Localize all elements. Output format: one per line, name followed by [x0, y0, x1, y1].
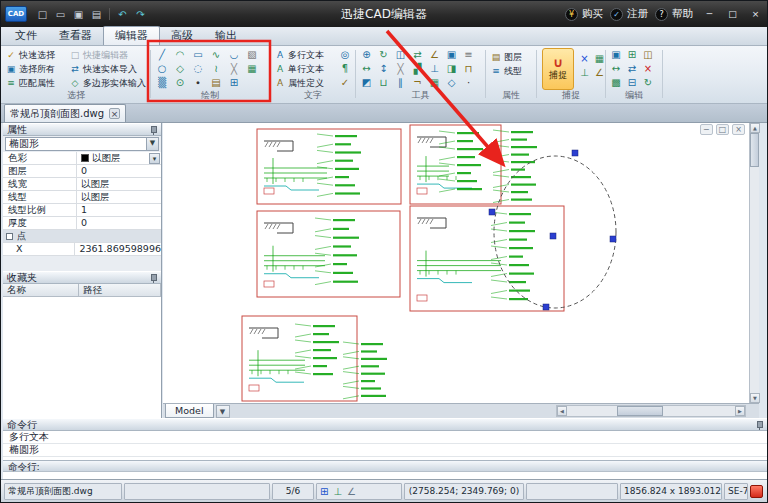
draw-tool-icon[interactable]: ⊙: [171, 76, 189, 90]
tool-icon[interactable]: ↔: [358, 62, 375, 76]
ribbon-button[interactable]: ✓快速选择: [3, 48, 67, 62]
tab-output[interactable]: 输出: [204, 27, 248, 45]
dropdown-arrow-icon[interactable]: ▾: [149, 153, 160, 164]
property-row[interactable]: 线宽以图层: [3, 178, 161, 191]
ribbon-button[interactable]: ▣选择所有: [3, 62, 67, 76]
close-button[interactable]: ×: [746, 6, 765, 22]
properties-header[interactable]: 属性: [3, 123, 161, 136]
edit-tool-icon[interactable]: ↻: [640, 76, 656, 90]
edit-tool-icon[interactable]: ×: [640, 62, 656, 76]
property-row[interactable]: 厚度0: [3, 217, 161, 230]
status-icon[interactable]: ⊞: [320, 484, 328, 499]
text-tool-icon[interactable]: ¶: [338, 62, 352, 76]
property-value[interactable]: 2361.869598996: [75, 243, 161, 255]
scroll-right-icon[interactable]: ▶: [735, 406, 745, 416]
edit-tool-icon[interactable]: ⊟: [624, 76, 640, 90]
draw-tool-icon[interactable]: ◠: [171, 48, 189, 62]
edit-tool-icon[interactable]: ↔: [608, 62, 624, 76]
tool-icon[interactable]: ◫: [392, 48, 409, 62]
edit-tool-icon[interactable]: ▣: [608, 48, 624, 62]
tool-icon[interactable]: ◩: [358, 76, 375, 90]
buy-link[interactable]: 购买: [582, 7, 603, 21]
scroll-up-icon[interactable]: ▲: [750, 123, 760, 133]
buy-icon[interactable]: ¥: [565, 8, 578, 21]
status-red-icon[interactable]: [750, 485, 763, 498]
snap-option-icon[interactable]: ×: [577, 52, 592, 66]
redo-icon[interactable]: ↷: [132, 6, 149, 23]
chevron-down-icon[interactable]: ▼: [146, 138, 158, 150]
property-row[interactable]: 图层0: [3, 165, 161, 178]
tool-icon[interactable]: ⇄: [409, 48, 426, 62]
draw-tool-icon[interactable]: ▤: [207, 76, 225, 90]
tool-icon[interactable]: ▣: [443, 48, 460, 62]
draw-tool-icon[interactable]: ▒: [153, 76, 171, 90]
property-value[interactable]: 0: [77, 217, 161, 229]
horizontal-scrollbar-thumb[interactable]: [617, 406, 663, 416]
tool-icon[interactable]: ·: [460, 76, 477, 90]
tool-icon[interactable]: ↻: [375, 48, 392, 62]
tool-icon[interactable]: ⊕: [358, 48, 375, 62]
property-value[interactable]: 以图层: [77, 191, 161, 203]
ribbon-button[interactable]: ≡匹配属性: [3, 76, 67, 90]
tab-close-icon[interactable]: ×: [109, 108, 120, 119]
object-type-select[interactable]: 椭圆形 ▼: [5, 137, 159, 151]
snap-button[interactable]: ∪ 捕捉: [542, 48, 574, 90]
tool-icon[interactable]: ¬: [409, 76, 426, 90]
mdi-restore-icon[interactable]: □: [716, 124, 729, 135]
property-value[interactable]: 以图层▾: [77, 152, 161, 164]
model-tab[interactable]: Model: [165, 404, 214, 418]
print-icon[interactable]: ▤: [88, 6, 105, 23]
tool-icon[interactable]: ⊔: [375, 76, 392, 90]
ribbon-button[interactable]: ◇多边形实体输入: [67, 76, 149, 90]
tab-viewer[interactable]: 查看器: [48, 27, 103, 45]
tool-icon[interactable]: ◨: [443, 62, 460, 76]
draw-tool-icon[interactable]: ○: [153, 62, 171, 76]
tool-icon[interactable]: ⊥: [426, 62, 443, 76]
register-link[interactable]: 注册: [627, 7, 648, 21]
vertical-scrollbar[interactable]: ▲ ▼: [749, 123, 759, 403]
maximize-button[interactable]: □: [723, 6, 742, 22]
tool-icon[interactable]: ≡: [460, 48, 477, 62]
help-icon[interactable]: ?: [655, 8, 668, 21]
horizontal-scrollbar[interactable]: ◀ ▶: [556, 405, 746, 417]
status-icon[interactable]: ∠: [347, 484, 356, 499]
tool-icon[interactable]: ⊓: [460, 62, 477, 76]
snap-option-icon[interactable]: ⊥: [577, 66, 592, 80]
draw-tool-icon[interactable]: ╱: [153, 48, 171, 62]
property-group-row[interactable]: 点: [3, 230, 161, 243]
favorites-column-name[interactable]: 名称: [3, 284, 79, 296]
favorites-header[interactable]: 收藏夹: [3, 271, 161, 284]
pin-icon[interactable]: [755, 421, 763, 430]
cad-drawing[interactable]: [163, 123, 749, 403]
draw-tool-icon[interactable]: ≀: [207, 62, 225, 76]
property-value[interactable]: 0: [77, 165, 161, 177]
text-tool-icon[interactable]: ✓: [338, 76, 352, 90]
property-value[interactable]: 以图层: [77, 178, 161, 190]
edit-tool-icon[interactable]: ⊞: [624, 48, 640, 62]
register-icon[interactable]: ✓: [610, 8, 623, 21]
draw-tool-icon[interactable]: ◇: [171, 62, 189, 76]
status-icon[interactable]: ⊥: [333, 484, 342, 499]
tab-editor[interactable]: 编辑器: [103, 26, 160, 45]
draw-tool-icon[interactable]: ∙: [189, 76, 207, 90]
tab-file[interactable]: 文件: [4, 27, 48, 45]
tool-icon[interactable]: ∥: [392, 76, 409, 90]
mdi-minimize-icon[interactable]: ─: [700, 124, 713, 135]
favorites-column-path[interactable]: 路径: [79, 284, 161, 296]
new-file-icon[interactable]: □: [34, 6, 51, 23]
property-row[interactable]: 线型比例1: [3, 204, 161, 217]
property-row[interactable]: 线型以图层: [3, 191, 161, 204]
pin-icon[interactable]: [149, 274, 157, 283]
help-link[interactable]: 帮助: [672, 7, 693, 21]
draw-tool-icon[interactable]: ◡: [225, 48, 243, 62]
draw-tool-icon[interactable]: ◌: [189, 62, 207, 76]
draw-tool-icon[interactable]: ▧: [243, 48, 261, 62]
property-value[interactable]: 1: [77, 204, 161, 216]
favorites-list[interactable]: [3, 297, 161, 418]
vertical-scrollbar-thumb[interactable]: [750, 133, 759, 167]
expander-icon[interactable]: [6, 233, 13, 240]
tool-icon[interactable]: ╳: [392, 62, 409, 76]
property-row[interactable]: 色彩以图层▾: [3, 152, 161, 165]
open-file-icon[interactable]: ▭: [52, 6, 69, 23]
command-input[interactable]: [3, 472, 767, 479]
